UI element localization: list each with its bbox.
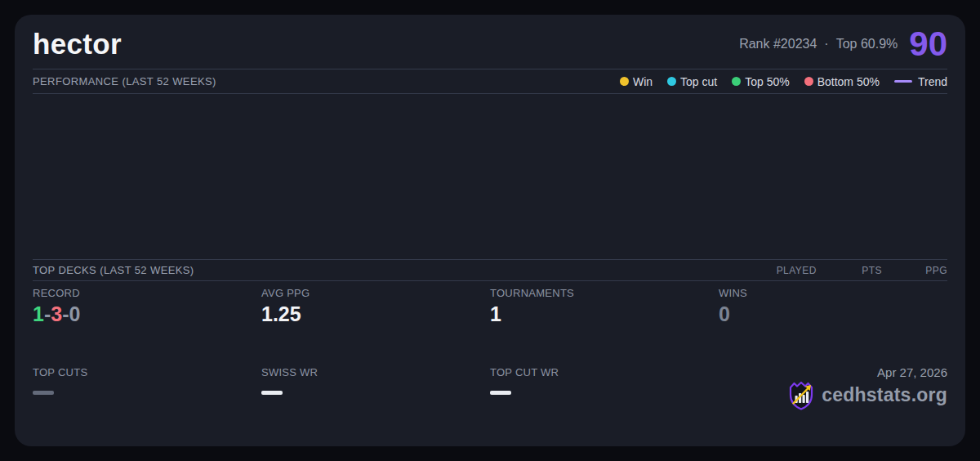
stat-top-cut-wr: TOP CUT WR (490, 364, 719, 447)
rank-text: Rank #20234 (739, 37, 817, 51)
column-header-pts: PTS (817, 265, 882, 276)
chart-legend: Win Top cut Top 50% Bottom 50% Trend (620, 75, 947, 88)
player-stats-card: hector Rank #20234 · Top 60.9% 90 PERFOR… (15, 15, 965, 446)
performance-chart (33, 94, 947, 259)
trend-line-icon (894, 80, 912, 83)
stat-label: TOP CUT WR (490, 365, 719, 379)
brand-name: cedhstats.org (822, 384, 947, 406)
legend-label: Bottom 50% (817, 75, 880, 88)
avg-ppg-value: 1.25 (261, 301, 490, 327)
stat-label: RECORD (33, 286, 261, 300)
wins-value: 0 (719, 301, 947, 327)
top-decks-title: TOP DECKS (LAST 52 WEEKS) (33, 264, 194, 276)
stat-label: TOURNAMENTS (490, 286, 719, 300)
rank-line: Rank #20234 · Top 60.9% (739, 37, 898, 51)
record-wins: 1 (33, 302, 44, 325)
record-separator: - (44, 302, 51, 325)
player-name: hector (33, 26, 122, 62)
page-background: hector Rank #20234 · Top 60.9% 90 PERFOR… (0, 0, 980, 461)
legend-label: Top cut (680, 75, 717, 88)
record-draws: 0 (69, 302, 80, 325)
legend-item-win: Win (620, 75, 653, 88)
stat-wins: WINS 0 (719, 281, 947, 364)
top-cut-wr-no-data-dash (490, 391, 511, 395)
player-score: 90 (909, 27, 947, 61)
column-header-ppg: PPG (882, 265, 947, 276)
stat-label: WINS (719, 286, 947, 300)
brand-row: cedhstats.org (719, 381, 947, 410)
tournaments-value: 1 (490, 301, 719, 327)
footer: Apr 27, 2026 cedhstats.org (719, 364, 947, 447)
performance-header-row: PERFORMANCE (LAST 52 WEEKS) Win Top cut … (33, 69, 947, 93)
generated-date: Apr 27, 2026 (719, 365, 947, 380)
stats-grid: RECORD 1-3-0 AVG PPG 1.25 TOURNAMENTS 1 … (33, 281, 947, 446)
record-value: 1-3-0 (33, 301, 261, 327)
column-header-played: PLAYED (751, 265, 817, 276)
legend-label: Top 50% (745, 75, 789, 88)
legend-label: Win (633, 75, 653, 88)
legend-item-bottom-50: Bottom 50% (804, 75, 880, 88)
stat-label: TOP CUTS (33, 365, 261, 379)
stat-label: SWISS WR (261, 365, 490, 379)
top-percent-text: Top 60.9% (836, 37, 898, 51)
legend-label: Trend (918, 75, 947, 88)
legend-item-top-cut: Top cut (667, 75, 717, 88)
performance-title: PERFORMANCE (LAST 52 WEEKS) (33, 75, 216, 87)
header-right: Rank #20234 · Top 60.9% 90 (739, 27, 947, 61)
top-decks-column-headers: PLAYED PTS PPG (751, 265, 947, 276)
legend-item-trend: Trend (894, 75, 947, 88)
cedhstats-shield-logo-icon (787, 381, 815, 410)
top-decks-header-row: TOP DECKS (LAST 52 WEEKS) PLAYED PTS PPG (33, 260, 947, 280)
top-cut-dot-icon (667, 77, 676, 86)
rank-separator: · (824, 37, 828, 51)
swiss-wr-no-data-dash (261, 391, 283, 395)
stat-label: AVG PPG (261, 286, 490, 300)
stat-avg-ppg: AVG PPG 1.25 (261, 281, 490, 364)
top-cuts-no-data-dash (33, 391, 54, 395)
win-dot-icon (620, 77, 629, 86)
record-losses: 3 (51, 302, 62, 325)
card-header: hector Rank #20234 · Top 60.9% 90 (33, 15, 947, 69)
top-50-dot-icon (732, 77, 741, 86)
stat-tournaments: TOURNAMENTS 1 (490, 281, 719, 364)
legend-item-top-50: Top 50% (732, 75, 789, 88)
bottom-50-dot-icon (804, 77, 813, 86)
stat-swiss-wr: SWISS WR (261, 364, 490, 447)
stat-record: RECORD 1-3-0 (33, 281, 261, 364)
stat-top-cuts: TOP CUTS (33, 364, 261, 447)
